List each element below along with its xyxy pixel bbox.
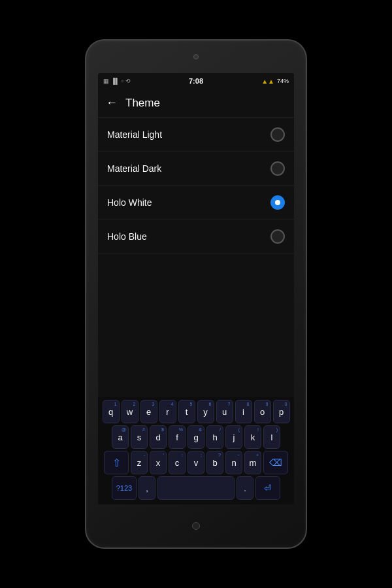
key-k[interactable]: !k <box>244 425 261 449</box>
key-n[interactable]: ~n <box>225 451 242 474</box>
page-title: Theme <box>125 97 160 110</box>
sync-icon: ⟲ <box>125 78 131 84</box>
keyboard: 1q 2w 3e 4r 5t 6y 7u 8i 9o 0p @a #s $d %… <box>98 397 294 504</box>
key-y[interactable]: 6y <box>197 400 214 423</box>
key-o[interactable]: 9o <box>254 400 271 423</box>
key-m[interactable]: +m <box>244 451 261 474</box>
camera-icon <box>193 54 199 59</box>
screen: ▦ ▐▌ ▫ ⟲ 7:08 ▲▲ 74% ← Theme Material Li… <box>98 73 294 504</box>
key-e[interactable]: 3e <box>140 400 157 423</box>
key-v[interactable]: ;v <box>188 451 204 474</box>
theme-list: Material Light Material Dark Holo White … <box>98 118 294 397</box>
key-w[interactable]: 2w <box>122 400 139 423</box>
theme-item-holo-blue[interactable]: Holo Blue <box>98 220 294 253</box>
key-space[interactable] <box>157 476 235 500</box>
key-x[interactable]: 'x <box>150 451 167 474</box>
key-g[interactable]: &g <box>188 425 204 449</box>
key-a[interactable]: @a <box>112 425 129 449</box>
key-enter[interactable]: ⏎ <box>255 476 280 500</box>
signal-icon: ▦ <box>103 78 109 84</box>
keyboard-row-1: 1q 2w 3e 4r 5t 6y 7u 8i 9o 0p <box>99 400 293 423</box>
theme-item-holo-white[interactable]: Holo White <box>98 186 294 220</box>
battery-percentage: 74% <box>277 78 289 84</box>
device: ▦ ▐▌ ▫ ⟲ 7:08 ▲▲ 74% ← Theme Material Li… <box>85 39 307 549</box>
key-j[interactable]: (j <box>225 425 242 449</box>
theme-label-holo-white: Holo White <box>107 197 152 208</box>
key-u[interactable]: 7u <box>216 400 233 423</box>
status-bar: ▦ ▐▌ ▫ ⟲ 7:08 ▲▲ 74% <box>98 73 294 89</box>
status-time: 7:08 <box>189 77 203 85</box>
app-bar: ← Theme <box>98 89 294 118</box>
keyboard-row-3: ⇧ -z 'x :c ;v ?b ~n +m ⌫ <box>99 451 293 474</box>
wifi-icon: ▐▌ <box>111 78 120 84</box>
theme-label-holo-blue: Holo Blue <box>107 231 147 242</box>
keyboard-row-4: ?123 , . ⏎ <box>99 476 293 500</box>
home-button[interactable] <box>192 522 200 530</box>
key-d[interactable]: $d <box>150 425 167 449</box>
keyboard-row-2: @a #s $d %f &g /h (j !k )l <box>99 425 293 449</box>
key-comma[interactable]: , <box>139 476 155 500</box>
radio-material-dark[interactable] <box>270 161 285 176</box>
status-right: ▲▲ 74% <box>261 78 289 85</box>
device-top <box>86 41 306 73</box>
key-delete[interactable]: ⌫ <box>263 451 288 474</box>
key-s[interactable]: #s <box>131 425 148 449</box>
key-p[interactable]: 0p <box>273 400 290 423</box>
key-q[interactable]: 1q <box>103 400 120 423</box>
back-button[interactable]: ← <box>106 96 118 110</box>
key-r[interactable]: 4r <box>159 400 176 423</box>
key-symbols[interactable]: ?123 <box>112 476 137 500</box>
key-h[interactable]: /h <box>206 425 223 449</box>
theme-label-material-light: Material Light <box>107 129 162 140</box>
key-b[interactable]: ?b <box>206 451 223 474</box>
data-icon: ▫ <box>122 78 123 84</box>
key-z[interactable]: -z <box>131 451 148 474</box>
key-i[interactable]: 8i <box>235 400 252 423</box>
radio-material-light[interactable] <box>270 127 285 142</box>
key-period[interactable]: . <box>237 476 253 500</box>
theme-item-material-light[interactable]: Material Light <box>98 118 294 152</box>
device-bottom <box>192 504 200 547</box>
logo-icon: ▲▲ <box>261 78 274 85</box>
theme-label-material-dark: Material Dark <box>107 163 161 174</box>
key-c[interactable]: :c <box>169 451 186 474</box>
radio-holo-blue[interactable] <box>270 229 285 244</box>
key-shift[interactable]: ⇧ <box>104 451 129 474</box>
key-f[interactable]: %f <box>169 425 186 449</box>
key-t[interactable]: 5t <box>178 400 195 423</box>
status-icons: ▦ ▐▌ ▫ ⟲ <box>103 78 131 84</box>
theme-item-material-dark[interactable]: Material Dark <box>98 152 294 186</box>
radio-holo-white[interactable] <box>270 195 285 210</box>
key-l[interactable]: )l <box>263 425 280 449</box>
